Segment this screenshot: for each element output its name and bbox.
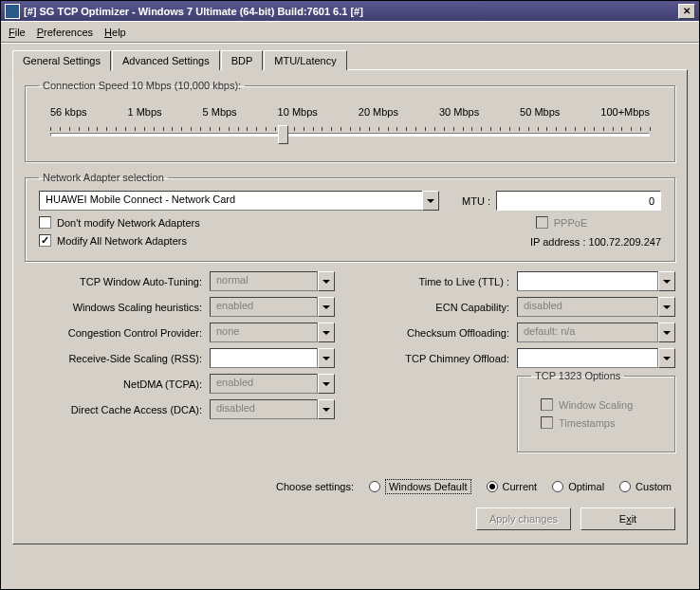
tab-mtu[interactable]: MTU/Latency: [264, 50, 346, 70]
speed-mark: 56 kbps: [50, 106, 87, 118]
rss-select[interactable]: [210, 348, 335, 368]
tab-strip: General Settings Advanced Settings BDP M…: [12, 50, 688, 70]
congestion-select[interactable]: none: [210, 323, 335, 342]
chevron-down-icon[interactable]: [318, 399, 335, 419]
app-icon: [5, 4, 20, 19]
heuristics-select[interactable]: enabled: [210, 297, 335, 317]
checkbox-icon[interactable]: [39, 234, 51, 247]
settings-right-column: Time to Live (TTL) : ECN Capability:disa…: [365, 271, 675, 462]
tcp1323-legend: TCP 1323 Options: [531, 370, 624, 381]
dont-modify-label: Don't modify Network Adapters: [57, 217, 200, 229]
choose-settings-row: Choose settings: Windows Default Current…: [25, 479, 675, 494]
chevron-down-icon[interactable]: [318, 348, 335, 368]
checksum-select[interactable]: default: n/a: [517, 323, 675, 342]
tab-panel-general: Connection Speed 10 Mbps (10,000 kbps): …: [12, 69, 688, 544]
dca-label: Direct Cache Access (DCA):: [25, 404, 210, 415]
modify-all-label: Modify All Network Adapters: [57, 235, 187, 247]
menubar: File Preferences Help: [1, 22, 699, 43]
ip-address-label: IP address : 100.72.209.247: [462, 236, 661, 248]
ttl-label: Time to Live (TTL) :: [365, 276, 517, 287]
radio-icon: [487, 481, 498, 492]
auto-tuning-select[interactable]: normal: [210, 271, 335, 291]
menu-preferences[interactable]: Preferences: [37, 27, 93, 38]
dont-modify-checkbox-row[interactable]: Don't modify Network Adapters: [39, 216, 439, 229]
slider-track-line: [50, 133, 650, 137]
speed-slider[interactable]: [50, 121, 650, 148]
heuristics-label: Windows Scaling heuristics:: [25, 302, 210, 313]
window-scaling-checkbox-row: Window Scaling: [541, 398, 652, 411]
checkbox-icon: [536, 216, 548, 229]
netdma-select[interactable]: enabled: [210, 374, 335, 394]
radio-custom[interactable]: Custom: [619, 481, 672, 492]
tcp1323-group: TCP 1323 Options Window Scaling Timestam…: [517, 370, 675, 452]
pppoe-label: PPPoE: [554, 217, 587, 229]
speed-mark: 50 Mbps: [520, 106, 560, 118]
pppoe-checkbox-row: PPPoE: [462, 216, 661, 229]
chevron-down-icon[interactable]: [318, 323, 335, 342]
radio-default-label: Windows Default: [385, 479, 471, 494]
radio-default[interactable]: Windows Default: [369, 479, 471, 494]
radio-icon: [369, 481, 380, 492]
settings-left-column: TCP Window Auto-Tuning:normal Windows Sc…: [25, 271, 335, 462]
choose-settings-label: Choose settings:: [276, 481, 354, 492]
timestamps-checkbox-row: Timestamps: [541, 416, 652, 429]
ecn-select[interactable]: disabled: [517, 297, 675, 317]
radio-current[interactable]: Current: [487, 481, 538, 492]
chevron-down-icon[interactable]: [658, 323, 675, 342]
window-title: [#] SG TCP Optimizer - Windows 7 Ultimat…: [24, 6, 678, 17]
connection-speed-legend: Connection Speed 10 Mbps (10,000 kbps):: [39, 80, 245, 91]
content-area: General Settings Advanced Settings BDP M…: [1, 43, 699, 552]
apply-button[interactable]: Apply changes: [476, 507, 571, 530]
chimney-select[interactable]: [517, 348, 675, 368]
network-adapter-legend: Network Adapter selection: [39, 172, 168, 183]
checkbox-icon: [541, 398, 553, 411]
chimney-label: TCP Chimney Offload:: [365, 353, 517, 364]
dca-select[interactable]: disabled: [210, 399, 335, 419]
checkbox-icon[interactable]: [39, 216, 51, 229]
chevron-down-icon[interactable]: [318, 297, 335, 317]
tab-general[interactable]: General Settings: [12, 50, 111, 71]
settings-grid: TCP Window Auto-Tuning:normal Windows Sc…: [25, 271, 675, 462]
auto-tuning-label: TCP Window Auto-Tuning:: [25, 276, 210, 287]
ttl-select[interactable]: [517, 271, 675, 291]
speed-mark: 100+Mbps: [600, 106, 650, 118]
speed-mark: 20 Mbps: [359, 106, 398, 118]
mtu-field[interactable]: [496, 191, 661, 211]
netdma-label: NetDMA (TCPA):: [25, 378, 210, 390]
speed-mark: 10 Mbps: [278, 106, 318, 118]
connection-speed-group: Connection Speed 10 Mbps (10,000 kbps): …: [25, 80, 675, 162]
network-adapter-group: Network Adapter selection HUAWEI Mobile …: [25, 172, 675, 262]
mtu-label: MTU :: [462, 195, 490, 207]
menu-file[interactable]: File: [9, 27, 26, 38]
chevron-down-icon[interactable]: [658, 348, 675, 368]
rss-label: Receive-Side Scaling (RSS):: [25, 353, 210, 364]
button-row: Apply changes Exit: [25, 507, 675, 530]
speed-mark: 1 Mbps: [128, 106, 162, 118]
radio-custom-label: Custom: [636, 481, 672, 492]
close-icon[interactable]: ✕: [678, 4, 695, 19]
chevron-down-icon[interactable]: [658, 271, 675, 291]
adapter-dropdown[interactable]: HUAWEI Mobile Connect - Network Card: [39, 191, 439, 211]
radio-icon: [619, 481, 631, 492]
checksum-label: Checksum Offloading:: [365, 327, 517, 339]
tab-bdp[interactable]: BDP: [221, 50, 264, 70]
tab-advanced[interactable]: Advanced Settings: [112, 50, 220, 70]
radio-icon: [552, 481, 563, 492]
chevron-down-icon[interactable]: [422, 191, 439, 211]
titlebar[interactable]: [#] SG TCP Optimizer - Windows 7 Ultimat…: [1, 1, 699, 22]
exit-button[interactable]: Exit: [580, 507, 675, 530]
chevron-down-icon[interactable]: [318, 271, 335, 291]
settings-radio-group: Windows Default Current Optimal Custom: [369, 479, 672, 494]
app-window: [#] SG TCP Optimizer - Windows 7 Ultimat…: [0, 0, 700, 590]
radio-optimal[interactable]: Optimal: [552, 481, 604, 492]
menu-help[interactable]: Help: [104, 27, 126, 38]
adapter-selected: HUAWEI Mobile Connect - Network Card: [39, 191, 422, 211]
modify-all-checkbox-row[interactable]: Modify All Network Adapters: [39, 234, 439, 247]
checkbox-icon: [541, 416, 553, 429]
speed-marks: 56 kbps 1 Mbps 5 Mbps 10 Mbps 20 Mbps 30…: [50, 106, 650, 118]
ecn-label: ECN Capability:: [365, 302, 517, 313]
radio-current-label: Current: [503, 481, 538, 492]
chevron-down-icon[interactable]: [658, 297, 675, 317]
slider-handle[interactable]: [278, 125, 288, 144]
chevron-down-icon[interactable]: [318, 374, 335, 394]
